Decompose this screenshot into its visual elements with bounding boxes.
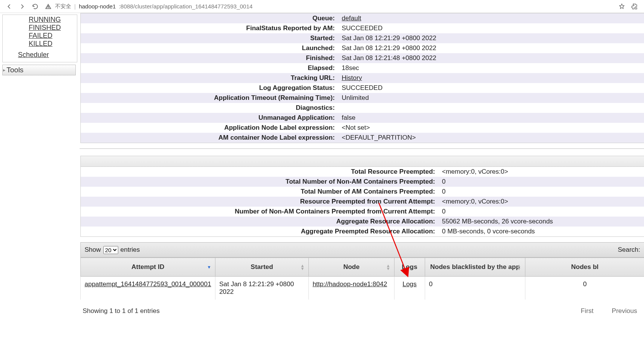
metric-val: 0 xyxy=(437,208,644,215)
metric-row: Number of Non-AM Containers Preempted fr… xyxy=(81,207,644,217)
info-val: <Not set> xyxy=(337,124,644,132)
metric-row: Total Number of Non-AM Containers Preemp… xyxy=(81,177,644,187)
show-label-post: entries xyxy=(121,246,140,254)
info-key: Started: xyxy=(81,34,337,42)
datatable-footer: Showing 1 to 1 of 1 entries First Previo… xyxy=(80,306,644,316)
metrics-header xyxy=(81,156,644,167)
metric-val: <memory:0, vCores:0> xyxy=(437,168,644,176)
show-label-pre: Show xyxy=(85,246,101,254)
info-val: false xyxy=(337,114,644,122)
attempt-id-link[interactable]: appattempt_1641484772593_0014_000001 xyxy=(85,280,211,288)
info-row: Tracking URL:History xyxy=(81,73,644,83)
metric-key: Total Number of AM Containers Preempted: xyxy=(81,188,437,196)
metric-key: Aggregate Resource Allocation: xyxy=(81,218,437,225)
security-text: 不安全 xyxy=(55,3,71,10)
sort-icon: ▲▼ xyxy=(386,264,390,270)
info-key: Tracking URL: xyxy=(81,74,337,82)
node-link[interactable]: http://hadoop-node1:8042 xyxy=(313,280,387,288)
th-node[interactable]: Node ▲▼ xyxy=(308,258,394,277)
metric-row: Total Number of AM Containers Preempted:… xyxy=(81,187,644,197)
metrics-panel: Total Resource Preempted:<memory:0, vCor… xyxy=(80,156,644,237)
url-bar[interactable]: 不安全 | hadoop-node1:8088/cluster/app/appl… xyxy=(44,3,613,10)
forward-button[interactable] xyxy=(18,3,26,10)
metric-row: Aggregate Resource Allocation:55062 MB-s… xyxy=(81,217,644,227)
back-button[interactable] xyxy=(5,3,13,10)
attempts-table: Attempt ID ▼ Started ▲▼ Node ▲▼ Logs xyxy=(80,258,644,300)
page-first[interactable]: First xyxy=(576,306,598,316)
th-logs[interactable]: Logs xyxy=(394,258,425,277)
apps-states-nav: RUNNING FINISHED FAILED KILLED Scheduler xyxy=(2,15,77,62)
info-row: Application Node Label expression:<Not s… xyxy=(81,123,644,133)
info-key: Log Aggregation Status: xyxy=(81,84,337,92)
info-row: Diagnostics: xyxy=(81,103,644,113)
info-row: Launched:Sat Jan 08 12:21:29 +0800 2022 xyxy=(81,43,644,53)
sidebar-item-running[interactable]: RUNNING xyxy=(29,16,61,23)
info-key: Queue: xyxy=(81,15,337,22)
sort-icon: ▲▼ xyxy=(300,264,305,270)
info-row: FinalStatus Reported by AM:SUCCEEDED xyxy=(81,23,644,33)
started-cell: Sat Jan 8 12:21:29 +0800 2022 xyxy=(215,277,308,300)
pagination: First Previous xyxy=(576,306,642,316)
metric-val: 0 xyxy=(437,178,644,186)
blacklisted-other-cell: 0 xyxy=(525,277,644,300)
info-val: Sat Jan 08 12:21:29 +0800 2022 xyxy=(337,34,644,42)
info-key: AM container Node Label expression: xyxy=(81,134,337,142)
search-label: Search: xyxy=(618,246,640,254)
entries-select[interactable]: 20 xyxy=(103,246,118,254)
metric-val: 55062 MB-seconds, 26 vcore-seconds xyxy=(437,218,644,225)
info-row: Finished:Sat Jan 08 12:21:48 +0800 2022 xyxy=(81,53,644,63)
info-row: Log Aggregation Status:SUCCEEDED xyxy=(81,83,644,93)
info-val: SUCCEEDED xyxy=(337,24,644,32)
info-row: Unmanaged Application:false xyxy=(81,113,644,123)
datatable-controls: Show 20 entries Search: xyxy=(80,242,644,258)
table-info: Showing 1 to 1 of 1 entries xyxy=(83,307,160,315)
logs-link[interactable]: Logs xyxy=(403,280,417,288)
info-row: Application Timeout (Remaining Time):Unl… xyxy=(81,93,644,103)
info-val: 18sec xyxy=(337,64,644,72)
sidebar-item-scheduler[interactable]: Scheduler xyxy=(18,51,49,59)
extensions-button[interactable] xyxy=(631,3,639,10)
info-val: SUCCEEDED xyxy=(337,84,644,92)
info-key: Application Timeout (Remaining Time): xyxy=(81,94,337,102)
info-row: Elapsed:18sec xyxy=(81,63,644,73)
metric-row: Total Resource Preempted:<memory:0, vCor… xyxy=(81,167,644,177)
metric-key: Aggregate Preempted Resource Allocation: xyxy=(81,228,437,235)
metric-key: Resource Preempted from Current Attempt: xyxy=(81,198,437,205)
metric-val: <memory:0, vCores:0> xyxy=(437,198,644,205)
info-row: Started:Sat Jan 08 12:21:29 +0800 2022 xyxy=(81,33,644,43)
info-link[interactable]: History xyxy=(342,74,362,81)
info-key: Launched: xyxy=(81,44,337,52)
info-link[interactable]: default xyxy=(342,15,361,22)
sort-icon: ▲▼ xyxy=(517,264,521,270)
blacklisted-app-cell: 0 xyxy=(425,277,525,300)
sidebar-item-killed[interactable]: KILLED xyxy=(29,40,52,47)
browser-toolbar: 不安全 | hadoop-node1:8088/cluster/app/appl… xyxy=(0,0,644,13)
reload-button[interactable] xyxy=(31,3,39,10)
metric-key: Number of Non-AM Containers Preempted fr… xyxy=(81,208,437,215)
info-key: Diagnostics: xyxy=(81,104,337,112)
th-nodes-blacklisted-other[interactable]: Nodes bl xyxy=(525,258,644,277)
info-key: Application Node Label expression: xyxy=(81,124,337,132)
url-path: :8088/cluster/app/application_1641484772… xyxy=(119,3,253,10)
info-val: Unlimited xyxy=(337,94,644,102)
metric-row: Aggregate Preempted Resource Allocation:… xyxy=(81,227,644,236)
th-nodes-blacklisted-app[interactable]: Nodes blacklisted by the app ▲▼ xyxy=(425,258,525,277)
app-info-panel: Queue:defaultFinalStatus Reported by AM:… xyxy=(80,13,644,143)
insecure-icon xyxy=(44,3,52,10)
metric-val: 0 xyxy=(437,188,644,196)
info-val: default xyxy=(337,15,644,22)
url-host: hadoop-node1 xyxy=(79,3,116,10)
info-val: Sat Jan 08 12:21:29 +0800 2022 xyxy=(337,44,644,52)
info-key: FinalStatus Reported by AM: xyxy=(81,24,337,32)
favorite-button[interactable] xyxy=(618,3,626,10)
metric-key: Total Number of Non-AM Containers Preemp… xyxy=(81,178,437,186)
info-val: <DEFAULT_PARTITION> xyxy=(337,134,644,142)
sidebar-item-failed[interactable]: FAILED xyxy=(29,32,52,39)
sidebar-item-finished[interactable]: FINISHED xyxy=(29,24,61,31)
tools-accordion[interactable]: Tools xyxy=(2,65,76,75)
th-started[interactable]: Started ▲▼ xyxy=(215,258,308,277)
th-attempt-id[interactable]: Attempt ID ▼ xyxy=(81,258,215,277)
page-prev[interactable]: Previous xyxy=(607,306,642,316)
info-val: Sat Jan 08 12:21:48 +0800 2022 xyxy=(337,54,644,62)
info-key: Unmanaged Application: xyxy=(81,114,337,122)
